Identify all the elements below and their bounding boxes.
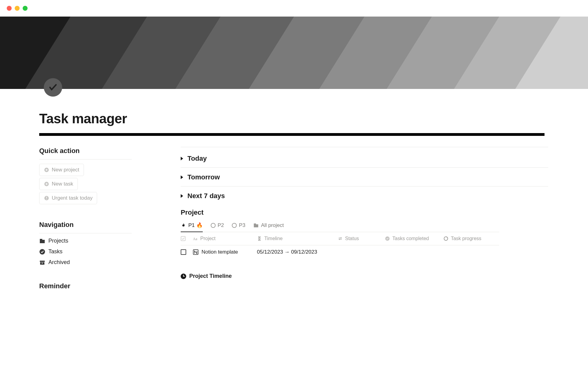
svg-rect-6 [40,239,42,240]
column-label: Tasks completed [392,236,429,241]
toggle-label: Today [187,155,207,163]
minimize-window-button[interactable] [15,6,20,11]
column-label: Project [200,236,216,241]
page-title[interactable]: Task manager [39,111,588,126]
svg-rect-8 [40,261,45,262]
archive-icon [39,259,45,266]
button-label: New task [52,181,73,187]
close-window-button[interactable] [7,6,12,11]
alert-circle-icon [44,195,49,201]
project-name: Notion template [202,249,238,255]
button-label: Urgent task today [52,195,92,201]
svg-point-7 [40,249,45,255]
project-tabs: P1 🔥 P2 P3 All project [181,222,499,232]
column-label: Status [345,236,359,241]
toggle-next7days[interactable]: Next 7 days [181,192,499,200]
svg-rect-3 [46,197,47,198]
hourglass-icon [257,236,262,241]
new-task-button[interactable]: New task [39,178,78,190]
nav-projects[interactable]: Projects [39,238,132,244]
checkbox-icon [181,236,186,241]
clock-icon [181,274,186,279]
folder-icon [253,223,259,228]
urgent-task-button[interactable]: Urgent task today [39,192,97,204]
tab-all-project[interactable]: All project [253,222,284,232]
svg-rect-12 [254,224,256,225]
cover-image [0,17,588,89]
nav-archived[interactable]: Archived [39,259,132,266]
tab-label: P1 🔥 [188,222,203,228]
nav-label: Archived [48,259,70,266]
svg-rect-10 [42,263,43,263]
progress-icon [443,236,448,241]
check-circle-icon [39,249,45,255]
toggle-today[interactable]: Today [181,155,499,163]
nav-label: Projects [48,238,68,244]
circle-icon [232,223,237,228]
circle-icon [211,223,216,228]
svg-rect-4 [46,199,47,200]
tab-p3[interactable]: P3 [232,222,245,232]
text-icon: Aa [193,236,198,241]
table-row[interactable]: Notion template 05/12/2023 → 09/12/2023 [181,245,499,259]
tab-label: P2 [218,222,224,228]
check-circle-icon [385,236,390,241]
timeline-label: Project Timeline [189,273,232,279]
toggle-tomorrow[interactable]: Tomorrow [181,173,499,181]
timeline-value: 05/12/2023 → 09/12/2023 [257,249,317,255]
nav-tasks[interactable]: Tasks [39,248,132,255]
maximize-window-button[interactable] [23,6,28,11]
notion-icon [193,249,198,255]
reminder-heading: Reminder [39,282,132,290]
title-underline [39,133,545,136]
project-table-header: Aa Project Timeline Status [181,232,499,245]
tab-p1[interactable]: P1 🔥 [181,222,203,232]
row-checkbox[interactable] [181,249,186,255]
navigation-heading: Navigation [39,221,132,229]
column-label: Timeline [264,236,283,241]
plus-circle-icon [44,181,49,187]
toggle-label: Next 7 days [187,192,225,200]
tab-p2[interactable]: P2 [211,222,224,232]
folder-icon [39,238,45,244]
window-titlebar [0,0,588,17]
nav-label: Tasks [48,248,62,255]
plus-circle-icon [44,167,49,173]
caret-right-icon [181,175,183,179]
button-label: New project [52,167,79,173]
toggle-label: Tomorrow [187,173,220,181]
tab-label: All project [261,222,284,228]
new-project-button[interactable]: New project [39,164,84,176]
svg-rect-13 [181,236,185,241]
svg-text:Aa: Aa [193,237,198,241]
caret-right-icon [181,157,183,160]
project-heading: Project [181,209,499,217]
flame-icon [181,223,186,228]
quick-action-heading: Quick action [39,147,132,155]
column-label: Task progress [451,236,481,241]
tab-label: P3 [239,222,245,228]
project-timeline-heading[interactable]: Project Timeline [181,273,499,279]
caret-right-icon [181,194,183,198]
swap-icon [338,236,343,241]
